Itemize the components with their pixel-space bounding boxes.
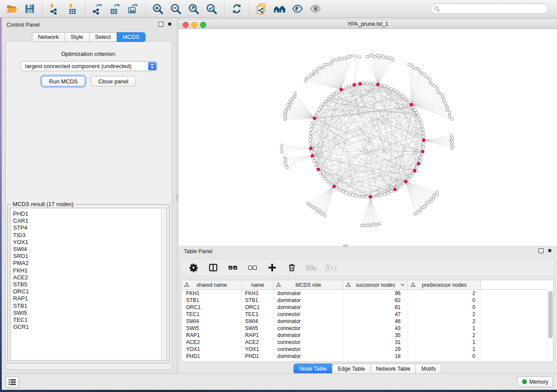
ring-node[interactable] <box>309 139 312 142</box>
mcds-result-item[interactable]: FKH1 <box>13 267 166 274</box>
ring-node[interactable] <box>376 194 379 197</box>
export-network-icon[interactable] <box>88 2 106 16</box>
ring-node[interactable] <box>390 190 393 193</box>
mcds-result-item[interactable]: TID3 <box>13 232 166 239</box>
mcds-node[interactable] <box>311 154 314 157</box>
ring-node[interactable] <box>412 172 415 175</box>
leaf-node[interactable] <box>289 103 291 106</box>
ring-node[interactable] <box>316 111 319 114</box>
ring-node[interactable] <box>417 114 420 117</box>
ring-node[interactable] <box>383 193 386 196</box>
table-row[interactable]: STB1STB1dominator620 <box>182 297 553 304</box>
mcds-result-item[interactable]: STB5 <box>13 281 166 288</box>
table-row[interactable]: SWI5SWI5connector431 <box>182 325 553 332</box>
mcds-node[interactable] <box>359 82 362 85</box>
column-header-successor-nodes[interactable]: successor nodes <box>343 280 408 289</box>
cell-predecessor-nodes[interactable]: 0 <box>408 304 481 311</box>
cell-MCDS-role[interactable]: connector <box>273 339 343 346</box>
cell-MCDS-role[interactable]: dominator <box>273 318 343 325</box>
ring-node[interactable] <box>358 195 361 198</box>
apply-layout-icon[interactable] <box>228 2 246 16</box>
cell-shared-name[interactable]: YOX1 <box>182 346 242 353</box>
cell-name[interactable]: PHD1 <box>242 353 273 360</box>
ring-node[interactable] <box>338 189 341 192</box>
leaf-node[interactable] <box>323 64 326 66</box>
tab-style[interactable]: Style <box>65 32 90 42</box>
ring-node[interactable] <box>402 182 405 186</box>
import-network-icon[interactable] <box>45 2 63 16</box>
cell-name[interactable]: SWI5 <box>242 325 273 332</box>
ring-node[interactable] <box>405 97 408 100</box>
cell-predecessor-nodes[interactable]: 0 <box>408 353 481 360</box>
tab-mcds[interactable]: MCDS <box>117 32 145 42</box>
leaf-node[interactable] <box>280 144 283 147</box>
cell-predecessor-nodes[interactable]: 1 <box>408 339 481 346</box>
ring-node[interactable] <box>393 89 396 92</box>
delete-column-icon[interactable] <box>286 262 298 273</box>
leaf-node[interactable] <box>315 71 318 73</box>
zoom-selected-icon[interactable] <box>203 2 221 16</box>
leaf-node[interactable] <box>436 90 439 93</box>
ring-node[interactable] <box>383 85 386 88</box>
ring-node[interactable] <box>362 195 365 198</box>
cell-predecessor-nodes[interactable]: 2 <box>408 311 481 318</box>
network-canvas[interactable] <box>179 29 557 246</box>
cell-shared-name[interactable]: FKH1 <box>182 290 242 297</box>
leaf-node[interactable] <box>436 191 439 193</box>
ring-node[interactable] <box>345 192 348 195</box>
run-mcds-button[interactable]: Run MCDS <box>42 76 85 86</box>
ring-node[interactable] <box>355 194 358 197</box>
cell-successor-nodes[interactable]: 61 <box>343 304 408 311</box>
mcds-result-item[interactable]: GCR1 <box>13 323 166 330</box>
mcds-result-item[interactable]: STP4 <box>13 224 166 231</box>
leaf-node[interactable] <box>435 86 438 88</box>
leaf-node[interactable] <box>408 63 410 65</box>
ring-node[interactable] <box>422 146 425 149</box>
cell-shared-name[interactable]: SWI4 <box>182 318 242 325</box>
cell-MCDS-role[interactable]: dominator <box>273 290 343 297</box>
ring-node[interactable] <box>313 160 316 163</box>
cell-shared-name[interactable]: ORC1 <box>182 304 242 311</box>
cell-MCDS-role[interactable]: connector <box>273 325 343 332</box>
ring-node[interactable] <box>341 190 344 193</box>
cell-MCDS-role[interactable]: connector <box>273 346 343 353</box>
ring-node[interactable] <box>310 128 313 131</box>
leaf-node[interactable] <box>280 151 283 153</box>
cell-name[interactable]: ORC1 <box>242 304 273 311</box>
leaf-node[interactable] <box>380 54 383 57</box>
ring-node[interactable] <box>421 128 424 131</box>
ring-node[interactable] <box>407 100 410 103</box>
leaf-node[interactable] <box>313 70 315 73</box>
leaf-node[interactable] <box>358 56 361 58</box>
cell-successor-nodes[interactable]: 31 <box>343 339 408 346</box>
cell-MCDS-role[interactable]: dominator <box>273 332 343 339</box>
ring-node[interactable] <box>366 196 369 199</box>
ring-node[interactable] <box>335 91 338 94</box>
zoom-out-icon[interactable] <box>167 2 185 16</box>
export-image-icon[interactable] <box>124 2 142 16</box>
table-row[interactable]: FKH1FKH1dominator962 <box>182 290 553 297</box>
cell-successor-nodes[interactable]: 96 <box>343 290 408 297</box>
leaf-node[interactable] <box>312 73 315 76</box>
cell-successor-nodes[interactable]: 46 <box>343 318 408 325</box>
leaf-node[interactable] <box>433 193 436 196</box>
cell-name[interactable]: YOX1 <box>242 346 273 353</box>
ring-node[interactable] <box>319 172 322 175</box>
ring-node[interactable] <box>329 182 332 186</box>
mcds-result-item[interactable]: RAP1 <box>13 295 166 302</box>
leaf-node[interactable] <box>280 148 283 150</box>
ring-node[interactable] <box>309 131 312 134</box>
mcds-node[interactable] <box>413 169 416 172</box>
mcds-node[interactable] <box>339 88 343 91</box>
cell-successor-nodes[interactable]: 35 <box>343 332 408 339</box>
ring-node[interactable] <box>409 175 412 178</box>
ring-node[interactable] <box>407 178 410 181</box>
ring-node[interactable] <box>413 108 416 111</box>
cell-shared-name[interactable]: SWI5 <box>182 325 242 332</box>
table-row[interactable]: PHD1PHD1dominator180 <box>182 353 553 360</box>
ring-node[interactable] <box>373 195 376 198</box>
mcds-result-item[interactable]: STB1 <box>13 303 166 309</box>
ring-node[interactable] <box>390 87 393 90</box>
zoom-fit-icon[interactable] <box>185 2 203 16</box>
ring-node[interactable] <box>373 83 376 86</box>
